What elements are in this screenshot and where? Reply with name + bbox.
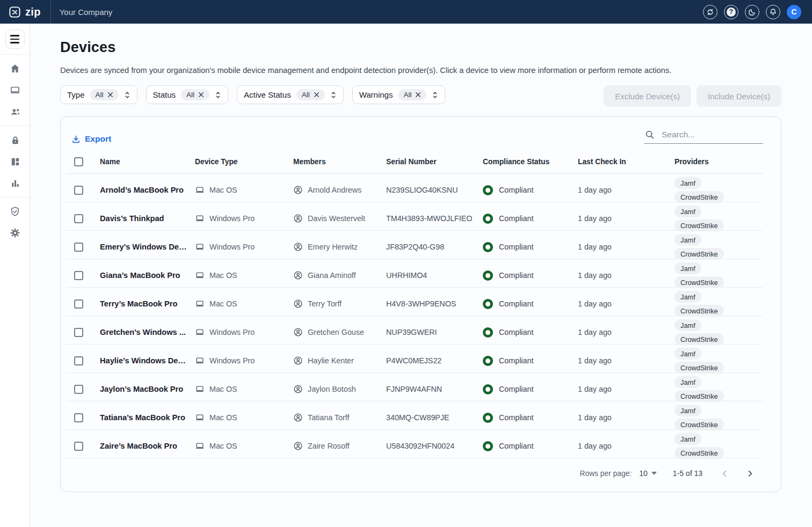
clear-filter-icon[interactable] <box>198 92 204 98</box>
filter-chip[interactable]: Warnings All <box>352 85 446 104</box>
exclude-devices-button[interactable]: Exclude Device(s) <box>604 85 691 107</box>
compliant-status-icon <box>483 242 493 252</box>
person-circle-icon <box>293 384 303 394</box>
clear-filter-icon[interactable] <box>314 92 320 98</box>
table-row[interactable]: Terry’s MacBook Pro Mac OS Terry Torff H… <box>66 288 763 316</box>
clear-filter-icon[interactable] <box>107 92 113 98</box>
member-cell: Zaire Rosoff <box>293 441 386 451</box>
provider-badge: Jamf <box>675 319 701 331</box>
row-checkbox[interactable] <box>74 356 83 365</box>
member-name: Zaire Rosoff <box>308 442 350 450</box>
compliant-status-icon <box>483 327 493 338</box>
filter-chip[interactable]: Type All <box>60 85 137 104</box>
pagination-controls <box>719 467 756 480</box>
row-checkbox[interactable] <box>74 299 83 309</box>
menu-toggle-button[interactable] <box>5 30 25 49</box>
provider-badge: Jamf <box>675 405 701 416</box>
table-row[interactable]: Haylie’s Windows Device Windows Pro Hayl… <box>66 345 763 373</box>
notifications-button[interactable] <box>766 5 780 19</box>
person-circle-icon <box>293 185 303 195</box>
sidebar-group-primary <box>0 55 30 126</box>
table-row[interactable]: Gretchen’s Windows ... Windows Pro Gretc… <box>66 316 763 345</box>
gear-icon <box>10 228 20 238</box>
member-name: Haylie Kenter <box>308 356 354 365</box>
device-type-cell: Mac OS <box>195 185 293 195</box>
providers-cell: JamfCrowdStrike <box>675 345 763 377</box>
next-page-button[interactable] <box>744 467 756 480</box>
row-checkbox[interactable] <box>74 214 83 223</box>
include-devices-button[interactable]: Include Device(s) <box>697 85 781 107</box>
sync-button[interactable] <box>703 5 717 19</box>
person-circle-icon <box>293 270 303 280</box>
filter-label: Warnings <box>359 90 393 99</box>
provider-badge: CrowdStrike <box>675 276 724 288</box>
row-checkbox[interactable] <box>74 328 83 337</box>
row-checkbox[interactable] <box>74 186 83 195</box>
laptop-icon <box>195 327 205 337</box>
sidebar-item-security[interactable] <box>0 129 30 151</box>
export-button[interactable]: Export <box>71 134 111 144</box>
search-input[interactable] <box>662 130 753 140</box>
laptop-icon <box>195 441 205 451</box>
compliance-cell: Compliant <box>483 384 578 394</box>
sidebar-item-home[interactable] <box>0 58 30 79</box>
row-checkbox[interactable] <box>74 243 83 252</box>
filter-chip[interactable]: Status All <box>146 85 229 104</box>
compliant-status-icon <box>483 413 493 423</box>
select-all-cell <box>66 157 100 166</box>
compliance-status: Compliant <box>499 186 533 194</box>
rows-per-page-select[interactable]: 10 <box>639 469 657 478</box>
card-toolbar: Export <box>61 117 781 147</box>
avatar[interactable]: C <box>787 5 801 19</box>
row-checkbox[interactable] <box>74 385 83 394</box>
member-cell: Haylie Kenter <box>293 356 386 365</box>
device-type-cell: Mac OS <box>195 299 293 309</box>
serial-number: FJNP9W4AFNN <box>386 385 483 393</box>
sidebar-item-members[interactable] <box>0 101 30 122</box>
provider-badge: CrowdStrike <box>675 305 724 317</box>
compliant-status-icon <box>483 441 493 451</box>
last-check-in: 1 day ago <box>578 413 675 422</box>
compliance-status: Compliant <box>499 356 533 365</box>
brand[interactable]: zip <box>0 0 50 24</box>
row-select-cell <box>66 271 100 280</box>
device-type-cell: Mac OS <box>195 441 293 451</box>
export-label: Export <box>85 134 111 144</box>
select-all-checkbox[interactable] <box>74 157 83 166</box>
sidebar-item-reports[interactable] <box>0 172 30 194</box>
table-row[interactable]: Tatiana’s MacBook Pro Mac OS Tatiana Tor… <box>66 401 763 430</box>
clear-filter-icon[interactable] <box>415 92 421 98</box>
filter-chip[interactable]: Active Status All <box>237 85 344 104</box>
compliant-status-icon <box>483 270 493 281</box>
sidebar-item-dashboard[interactable] <box>0 151 30 172</box>
sidebar-item-devices[interactable] <box>0 79 30 101</box>
filter-value: All <box>186 91 194 99</box>
table-row[interactable]: Arnold’s MacBook Pro Mac OS Arnold Andre… <box>66 174 763 202</box>
last-check-in: 1 day ago <box>578 356 675 365</box>
help-button[interactable]: ? <box>724 5 738 19</box>
row-checkbox[interactable] <box>74 271 83 280</box>
device-name: Davis’s Thinkpad <box>100 214 195 223</box>
sidebar-item-settings[interactable] <box>0 222 30 244</box>
member-cell: Giana Aminoff <box>293 270 386 280</box>
page-title: Devices <box>60 39 781 56</box>
table-row[interactable]: Davis’s Thinkpad Windows Pro Davis Weste… <box>66 202 763 231</box>
person-circle-icon <box>293 214 303 223</box>
member-name: Jaylon Botosh <box>308 385 356 393</box>
provider-badge: CrowdStrike <box>675 362 724 374</box>
table-row[interactable]: Zaire’s MacBook Pro Mac OS Zaire Rosoff … <box>66 430 763 458</box>
table-row[interactable]: Emery’s Windows Device Windows Pro Emery… <box>66 231 763 259</box>
row-select-cell <box>66 243 100 252</box>
table-row[interactable]: Jaylon’s MacBook Pro Mac OS Jaylon Botos… <box>66 373 763 401</box>
table-row[interactable]: Giana’s MacBook Pro Mac OS Giana Aminoff… <box>66 259 763 288</box>
row-checkbox[interactable] <box>74 413 83 422</box>
filter-value-pill: All <box>398 89 426 100</box>
device-type-cell: Mac OS <box>195 384 293 394</box>
provider-badge: Jamf <box>675 348 701 360</box>
last-check-in: 1 day ago <box>578 442 675 450</box>
dark-mode-button[interactable] <box>745 5 759 19</box>
row-checkbox[interactable] <box>74 442 83 451</box>
previous-page-button[interactable] <box>719 467 731 480</box>
sidebar-item-compliance[interactable] <box>0 201 30 222</box>
provider-badge: Jamf <box>675 262 701 274</box>
